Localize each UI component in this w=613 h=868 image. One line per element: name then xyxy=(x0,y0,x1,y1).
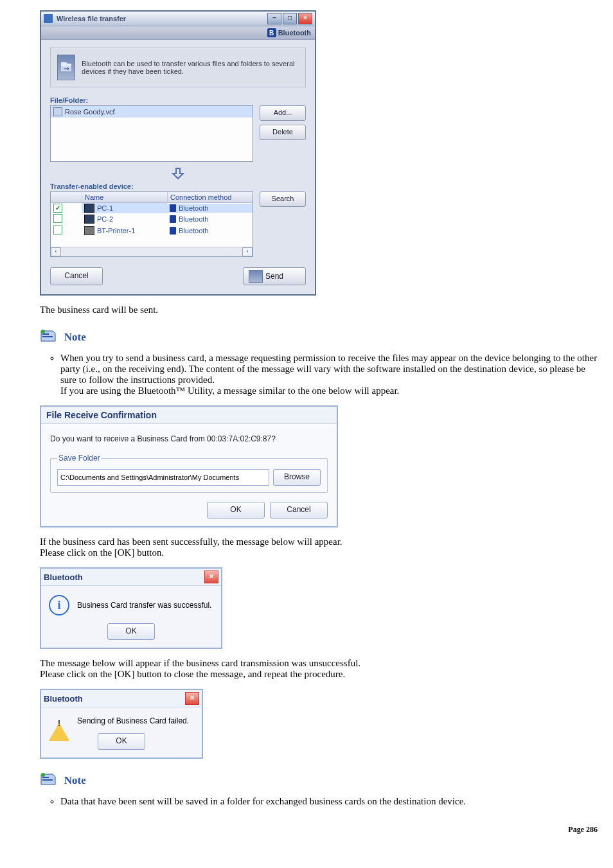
file-folder-label: File/Folder: xyxy=(50,96,306,104)
brand-label: Bluetooth xyxy=(278,29,311,37)
maximize-button[interactable]: □ xyxy=(283,13,297,24)
browse-button[interactable]: Browse xyxy=(273,469,321,486)
device-name: BT-Printer-1 xyxy=(97,227,135,235)
note-heading: Note xyxy=(64,331,86,344)
device-list-label: Transfer-enabled device: xyxy=(50,182,306,190)
save-folder-input[interactable] xyxy=(57,469,269,486)
info-icon: i xyxy=(49,595,69,616)
device-row[interactable]: BT-Printer-1 Bluetooth xyxy=(51,225,253,236)
failure-message-box: Bluetooth × Sending of Business Card fai… xyxy=(40,689,203,759)
down-arrow-icon xyxy=(50,166,306,181)
svg-point-1 xyxy=(41,773,45,777)
scroll-right-icon[interactable]: › xyxy=(242,247,253,256)
device-name: PC-1 xyxy=(97,204,113,212)
send-icon xyxy=(249,270,263,283)
success-message-box: Bluetooth × i Business Card transfer was… xyxy=(40,567,222,649)
transfer-icon xyxy=(57,55,75,80)
horizontal-scrollbar[interactable]: ‹ › xyxy=(51,247,253,256)
note-list: When you try to send a business card, a … xyxy=(60,353,598,396)
note-icon xyxy=(40,328,57,346)
note-text: If you are using the Bluetooth™ Utility,… xyxy=(60,385,399,396)
bluetooth-icon xyxy=(170,227,176,235)
warning-icon xyxy=(49,714,69,723)
file-name: Rose Goody.vcf xyxy=(65,108,114,116)
window-title: Wireless file transfer xyxy=(57,15,266,22)
device-name: PC-2 xyxy=(97,215,113,223)
receive-confirmation-dialog: File Receive Confirmation Do you want to… xyxy=(40,405,338,527)
titlebar[interactable]: Wireless file transfer – □ × xyxy=(41,12,315,26)
body-text: The message below will appear if the bus… xyxy=(40,658,598,669)
mbox-titlebar[interactable]: Bluetooth × xyxy=(41,690,202,707)
pc-icon xyxy=(84,204,94,213)
minimize-button[interactable]: – xyxy=(267,13,281,24)
bluetooth-icon xyxy=(170,204,176,212)
note-text: Data that have been sent will be saved i… xyxy=(60,796,466,806)
dialog-title: File Receive Confirmation xyxy=(41,407,337,424)
confirmation-question: Do you want to receive a Business Card f… xyxy=(50,434,328,443)
delete-button[interactable]: Delete xyxy=(260,125,306,140)
mbox-title: Bluetooth xyxy=(44,572,204,582)
close-button[interactable]: × xyxy=(204,571,218,583)
note-heading: Note xyxy=(64,774,86,787)
col-name[interactable]: Name xyxy=(82,192,168,202)
bluetooth-icon: B xyxy=(267,28,276,37)
note-text: When you try to send a business card, a … xyxy=(60,353,597,385)
cancel-button[interactable]: Cancel xyxy=(50,267,103,285)
save-folder-group: Save Folder Browse xyxy=(50,454,328,493)
send-label: Send xyxy=(265,269,283,284)
bluetooth-icon xyxy=(170,215,176,223)
list-item: Data that have been sent will be saved i… xyxy=(60,796,598,807)
note-icon xyxy=(40,772,57,790)
add-button[interactable]: Add... xyxy=(260,105,306,121)
col-connection[interactable]: Connection method xyxy=(168,192,253,202)
ok-button[interactable]: OK xyxy=(107,623,155,640)
mbox-message: Business Card transfer was successful. xyxy=(77,601,211,610)
printer-icon xyxy=(84,226,94,235)
list-item: When you try to send a business card, a … xyxy=(60,353,598,396)
app-icon xyxy=(44,14,53,23)
body-text: Please click on the [OK] button to close… xyxy=(40,669,598,680)
close-button[interactable]: × xyxy=(185,692,199,705)
brand-row: B Bluetooth xyxy=(41,26,315,40)
save-folder-legend: Save Folder xyxy=(57,454,102,463)
close-button[interactable]: × xyxy=(298,13,312,24)
page-footer: Page 286 xyxy=(15,825,598,835)
device-checkbox[interactable] xyxy=(53,204,62,213)
page-number: Page 286 xyxy=(568,825,598,834)
device-conn: Bluetooth xyxy=(179,204,208,212)
device-table-header[interactable]: Name Connection method xyxy=(51,192,253,203)
info-box: Bluetooth can be used to transfer variou… xyxy=(50,48,306,87)
search-button[interactable]: Search xyxy=(260,191,306,207)
ok-button[interactable]: OK xyxy=(207,502,265,518)
file-row[interactable]: Rose Goody.vcf xyxy=(51,106,253,118)
device-conn: Bluetooth xyxy=(179,227,208,235)
cancel-button[interactable]: Cancel xyxy=(270,502,328,518)
device-conn: Bluetooth xyxy=(179,215,208,223)
scroll-left-icon[interactable]: ‹ xyxy=(51,247,61,256)
file-list[interactable]: Rose Goody.vcf xyxy=(50,105,253,162)
device-row[interactable]: PC-2 Bluetooth xyxy=(51,213,253,225)
mbox-titlebar[interactable]: Bluetooth × xyxy=(41,569,221,586)
pc-icon xyxy=(84,215,94,224)
info-text: Bluetooth can be used to transfer variou… xyxy=(82,60,299,75)
vcard-icon xyxy=(53,107,62,116)
device-table: Name Connection method PC-1 Bluetooth PC… xyxy=(50,191,253,257)
device-checkbox[interactable] xyxy=(53,226,62,235)
device-row[interactable]: PC-1 Bluetooth xyxy=(51,203,253,213)
device-checkbox[interactable] xyxy=(53,214,62,223)
ok-button[interactable]: OK xyxy=(98,733,145,750)
svg-point-0 xyxy=(41,330,45,333)
body-text: Please click on the [OK] button. xyxy=(40,547,598,558)
mbox-title: Bluetooth xyxy=(44,694,185,704)
mbox-message: Sending of Business Card failed. xyxy=(77,716,189,725)
body-text: The business card will be sent. xyxy=(40,305,598,315)
note-list: Data that have been sent will be saved i… xyxy=(60,796,598,807)
send-button[interactable]: Send xyxy=(243,267,306,285)
wireless-transfer-window: Wireless file transfer – □ × B Bluetooth… xyxy=(40,10,316,296)
body-text: If the business card has been sent succe… xyxy=(40,536,598,547)
